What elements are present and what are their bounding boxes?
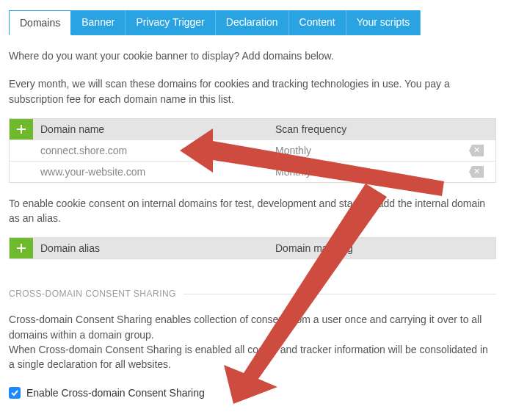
domain-name-cell[interactable]: www.your-website.com	[33, 162, 268, 182]
table-row: connect.shore.com Monthly ✕	[10, 140, 495, 161]
section-title-label: CROSS-DOMAIN CONSENT SHARING	[9, 289, 176, 299]
close-icon: ✕	[473, 167, 480, 175]
alias-intro-text: To enable cookie consent on internal dom…	[9, 196, 496, 226]
table-row: www.your-website.com Monthly ✕	[10, 161, 495, 182]
tab-label: Content	[299, 16, 335, 28]
cross-domain-text-1: Cross-domain Consent Sharing enables col…	[9, 312, 496, 342]
alias-table-head: Domain alias Domain mapping	[10, 238, 495, 258]
add-alias-button[interactable]	[10, 238, 33, 258]
plus-icon	[16, 124, 26, 134]
tab-banner[interactable]: Banner	[71, 10, 126, 35]
svg-rect-1	[17, 128, 26, 130]
close-icon: ✕	[473, 146, 480, 154]
tab-domains[interactable]: Domains	[9, 10, 71, 35]
th-domain-alias: Domain alias	[33, 238, 268, 258]
divider	[184, 294, 496, 294]
tab-label: Privacy Trigger	[136, 16, 204, 28]
th-domain-name: Domain name	[33, 119, 268, 140]
svg-rect-3	[17, 247, 26, 249]
delete-domain-button[interactable]: ✕	[469, 145, 484, 156]
intro-text-2: Every month, we will scan these domains …	[9, 76, 496, 106]
tab-label: Domains	[20, 17, 60, 29]
tab-privacy-trigger[interactable]: Privacy Trigger	[126, 10, 215, 35]
intro-text-1: Where do you want your cookie banner to …	[9, 48, 496, 63]
section-title: CROSS-DOMAIN CONSENT SHARING	[9, 289, 496, 299]
tab-declaration[interactable]: Declaration	[216, 10, 289, 35]
scan-frequency-cell[interactable]: Monthly	[275, 145, 311, 156]
tab-label: Declaration	[226, 16, 278, 28]
add-domain-button[interactable]	[10, 119, 33, 140]
tab-label: Your scripts	[357, 16, 410, 28]
enable-cross-domain-checkbox[interactable]	[9, 387, 21, 399]
checkbox-label: Enable Cross-domain Consent Sharing	[26, 387, 205, 399]
th-scan-frequency: Scan frequency	[268, 119, 495, 140]
domain-table: Domain name Scan frequency connect.shore…	[9, 118, 496, 183]
scan-frequency-cell[interactable]: Monthly	[275, 166, 311, 178]
domain-table-head: Domain name Scan frequency	[10, 119, 495, 140]
check-icon	[10, 388, 19, 397]
domain-name-cell[interactable]: connect.shore.com	[33, 140, 268, 161]
plus-icon	[16, 243, 26, 253]
th-domain-mapping: Domain mapping	[268, 238, 495, 258]
tab-content[interactable]: Content	[289, 10, 346, 35]
alias-table: Domain alias Domain mapping	[9, 237, 496, 259]
tab-your-scripts[interactable]: Your scripts	[346, 10, 421, 35]
delete-domain-button[interactable]: ✕	[469, 166, 484, 178]
cross-domain-text-2: When Cross-domain Consent Sharing is ena…	[9, 342, 496, 372]
tab-label: Banner	[81, 16, 115, 28]
tabs-bar: Domains Banner Privacy Trigger Declarati…	[9, 10, 496, 35]
